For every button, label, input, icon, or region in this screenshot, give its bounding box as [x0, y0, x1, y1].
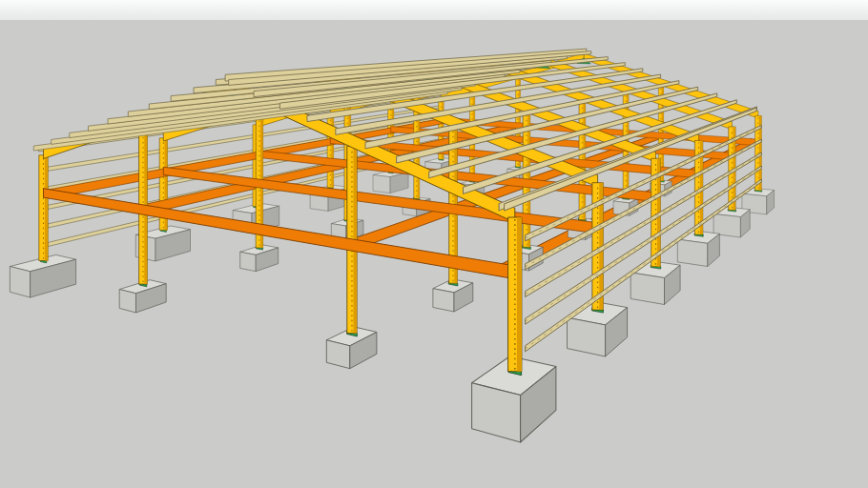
- sky-gradient: [0, 0, 868, 21]
- steel-frame-3d-model: [0, 0, 868, 488]
- model-viewport[interactable]: [0, 0, 868, 488]
